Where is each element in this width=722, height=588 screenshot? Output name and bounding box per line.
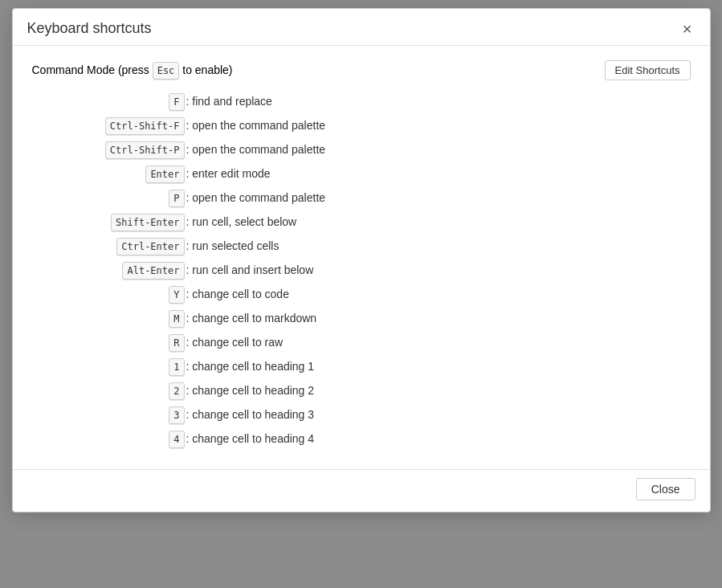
shortcut-key: Shift-Enter (80, 214, 185, 231)
keyboard-shortcuts-modal: Keyboard shortcuts × Command Mode (press… (12, 8, 711, 512)
shortcut-key: 3 (80, 406, 185, 424)
modal-header: Keyboard shortcuts × (13, 9, 710, 46)
shortcut-desc: : change cell to heading 3 (186, 408, 315, 421)
modal-body: Command Mode (press Esc to enable) Edit … (13, 46, 710, 469)
section-header: Command Mode (press Esc to enable) Edit … (32, 60, 691, 80)
shortcut-row: 3: change cell to heading 3 (32, 406, 691, 424)
shortcut-row: R: change cell to raw (32, 334, 691, 352)
key-badge: Ctrl-Enter (116, 238, 184, 255)
shortcut-row: 2: change cell to heading 2 (32, 382, 691, 400)
shortcut-row: Ctrl-Shift-F: open the command palette (32, 117, 691, 135)
shortcut-desc: : change cell to heading 2 (186, 384, 315, 397)
shortcut-row: Ctrl-Enter: run selected cells (32, 238, 691, 255)
shortcut-key: 2 (80, 382, 185, 400)
section-title: Command Mode (press Esc to enable) (32, 62, 233, 80)
shortcut-row: Alt-Enter: run cell and insert below (32, 262, 691, 280)
key-badge: Ctrl-Shift-F (105, 117, 185, 135)
key-badge: 1 (169, 358, 184, 376)
shortcut-key: M (80, 310, 185, 328)
key-badge: 2 (169, 382, 184, 400)
shortcut-desc: : open the command palette (186, 143, 326, 156)
shortcut-key: Ctrl-Shift-F (80, 117, 185, 135)
shortcut-key: Ctrl-Enter (80, 238, 185, 255)
key-badge: Y (169, 286, 184, 304)
shortcut-row: M: change cell to markdown (32, 310, 691, 328)
shortcuts-list: F: find and replaceCtrl-Shift-F: open th… (32, 93, 691, 448)
shortcut-desc: : run cell, select below (186, 215, 297, 228)
shortcut-row: Enter: enter edit mode (32, 165, 691, 183)
close-button[interactable]: Close (636, 478, 695, 500)
shortcut-key: Enter (80, 165, 185, 183)
shortcut-row: Y: change cell to code (32, 286, 691, 304)
key-badge: R (169, 334, 184, 352)
shortcut-desc: : find and replace (186, 95, 272, 108)
modal-footer: Close (13, 469, 710, 512)
modal-title: Keyboard shortcuts (27, 20, 152, 37)
close-x-button[interactable]: × (679, 21, 695, 37)
shortcut-desc: : enter edit mode (186, 167, 271, 180)
key-badge: Shift-Enter (111, 214, 184, 231)
shortcut-desc: : change cell to raw (186, 336, 283, 349)
shortcut-key: 4 (80, 431, 185, 448)
edit-shortcuts-button[interactable]: Edit Shortcuts (605, 60, 691, 80)
shortcut-key: Y (80, 286, 185, 304)
shortcut-desc: : open the command palette (186, 119, 326, 132)
shortcut-desc: : change cell to heading 4 (186, 432, 315, 445)
key-badge: 4 (169, 431, 184, 448)
shortcut-key: R (80, 334, 185, 352)
key-badge: F (169, 93, 184, 111)
key-badge: Alt-Enter (122, 262, 184, 280)
shortcut-desc: : change cell to heading 1 (186, 360, 315, 373)
shortcut-key: 1 (80, 358, 185, 376)
shortcut-desc: : run cell and insert below (186, 263, 314, 276)
shortcut-key: F (80, 93, 185, 111)
shortcut-key: Alt-Enter (80, 262, 185, 280)
key-badge: M (169, 310, 184, 328)
shortcut-row: 4: change cell to heading 4 (32, 431, 691, 448)
shortcut-desc: : open the command palette (186, 191, 326, 204)
shortcut-key: P (80, 190, 185, 207)
shortcut-row: Shift-Enter: run cell, select below (32, 214, 691, 231)
esc-key: Esc (153, 62, 180, 80)
shortcut-row: P: open the command palette (32, 190, 691, 207)
key-badge: 3 (169, 406, 184, 424)
shortcut-key: Ctrl-Shift-P (80, 141, 185, 159)
shortcut-row: F: find and replace (32, 93, 691, 111)
key-badge: P (169, 190, 184, 207)
shortcut-desc: : change cell to code (186, 288, 289, 300)
key-badge: Enter (145, 165, 184, 183)
shortcut-desc: : change cell to markdown (186, 312, 317, 325)
shortcut-desc: : run selected cells (186, 239, 279, 252)
shortcut-row: Ctrl-Shift-P: open the command palette (32, 141, 691, 159)
shortcut-row: 1: change cell to heading 1 (32, 358, 691, 376)
key-badge: Ctrl-Shift-P (105, 141, 185, 159)
